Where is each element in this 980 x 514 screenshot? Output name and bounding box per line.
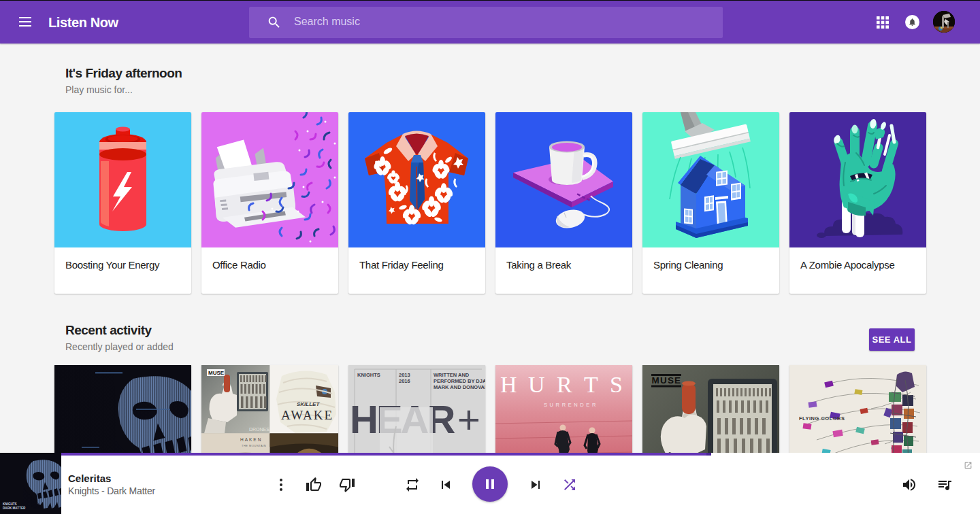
svg-text:MUSE: MUSE (652, 375, 682, 386)
svg-text:R: R (557, 372, 572, 397)
svg-text:AWAKE: AWAKE (281, 408, 333, 422)
svg-text:+: + (457, 397, 479, 441)
svg-text:T: T (584, 372, 598, 397)
svg-text:PERFORMED BY DJAWAN,: PERFORMED BY DJAWAN, (434, 378, 485, 384)
svg-text:S: S (610, 372, 623, 397)
svg-text:THE MOUNTAIN: THE MOUNTAIN (242, 444, 266, 447)
svg-text:2013: 2013 (399, 372, 410, 378)
svg-text:KNIGHTS: KNIGHTS (357, 372, 380, 378)
svg-text:H: H (500, 372, 517, 397)
svg-text:U: U (528, 372, 545, 397)
svg-text:2016: 2016 (399, 378, 410, 384)
svg-text:DARK MATTER: DARK MATTER (3, 507, 26, 510)
svg-text:HAKEN: HAKEN (240, 437, 262, 442)
svg-text:MARK AND DONOVAN: MARK AND DONOVAN (434, 384, 485, 390)
svg-text:KNIGHTS: KNIGHTS (3, 502, 17, 506)
svg-text:MUSE: MUSE (208, 370, 225, 376)
svg-text:WRITTEN AND: WRITTEN AND (434, 372, 470, 378)
svg-text:SKILLET: SKILLET (297, 401, 320, 407)
svg-text:FLYING COLORS: FLYING COLORS (799, 415, 845, 422)
svg-text:DRONES: DRONES (249, 427, 270, 432)
svg-text:SURRENDER: SURRENDER (544, 402, 598, 408)
